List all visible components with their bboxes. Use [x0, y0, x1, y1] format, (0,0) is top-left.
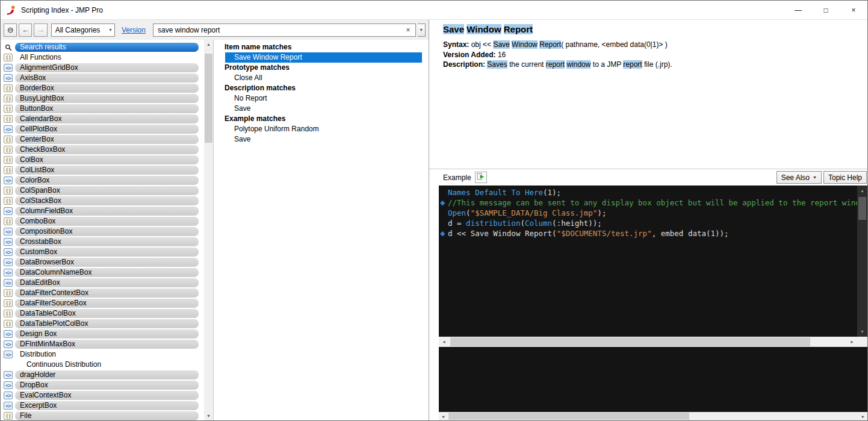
list-item-evalcontextbox[interactable]: <>EvalContextBox — [1, 390, 204, 401]
scroll-down-icon[interactable]: ▼ — [204, 411, 213, 420]
list-item-collistbox[interactable]: ()ColListBox — [1, 165, 204, 175]
list-item-dropbox[interactable]: <>DropBox — [1, 380, 204, 390]
scroll-right-icon[interactable]: ► — [847, 337, 857, 347]
scroll-down-icon[interactable]: ▼ — [857, 326, 867, 337]
list-item-datafiltersourcebox[interactable]: ()DataFilterSourceBox — [1, 298, 204, 308]
code-segment: , embed data(1)); — [652, 228, 729, 239]
tree-item-polytope-uniform-random[interactable]: Polytope Uniform Random — [214, 124, 429, 134]
tree-item-save[interactable]: Save — [214, 134, 429, 145]
search-box[interactable]: save window report × — [153, 23, 416, 37]
list-item-compositionbox[interactable]: <>CompositionBox — [1, 226, 204, 237]
list-item-crosstabbox[interactable]: <>CrosstabBox — [1, 237, 204, 247]
code-line: ◆d << Save Window Report("$DOCUMENTS/tes… — [439, 228, 857, 239]
list-item-design-box[interactable]: <>Design Box — [1, 329, 204, 339]
scroll-up-icon[interactable]: ▲ — [857, 186, 867, 196]
list-item-dataeditbox[interactable]: <>DataEditBox — [1, 278, 204, 288]
chevron-down-icon: ▼ — [419, 28, 423, 32]
list-item-datatableplotcolbox[interactable]: ()DataTablePlotColBox — [1, 319, 204, 329]
scroll-left-icon[interactable]: ◄ — [439, 337, 449, 347]
search-term-highlight: Saves — [487, 60, 507, 69]
scroll-left-icon[interactable]: ◄ — [439, 412, 447, 420]
tree-group-prototype-matches: Prototype matches — [214, 63, 429, 73]
list-item-columnfieldbox[interactable]: <>ColumnFieldBox — [1, 206, 204, 216]
code-horizontal-scrollbar[interactable]: ◄ ► — [439, 337, 857, 347]
code-line: d = distribution(Column(:height)); — [439, 218, 857, 228]
topic-help-button[interactable]: Topic Help — [823, 171, 867, 184]
tree-item-save-window-report[interactable]: Save Window Report — [225, 52, 422, 63]
list-item-colspanbox[interactable]: ()ColSpanBox — [1, 186, 204, 196]
code-margin — [439, 208, 448, 218]
list-item-combobox[interactable]: ()ComboBox — [1, 216, 204, 226]
tree-item-save[interactable]: Save — [214, 104, 429, 114]
display-box-icon: <> — [4, 381, 13, 389]
example-code-editor[interactable]: Names Default To Here(1);◆//This message… — [439, 186, 857, 337]
list-item-custombox[interactable]: <>CustomBox — [1, 247, 204, 257]
list-item-all-functions[interactable]: ()All Functions — [1, 52, 204, 63]
list-item-databrowserbox[interactable]: <>DataBrowserBox — [1, 257, 204, 267]
list-item-centerbox[interactable]: ()CenterBox — [1, 134, 204, 145]
list-item-cellplotbox[interactable]: <>CellPlotBox — [1, 124, 204, 134]
close-button[interactable]: × — [840, 1, 867, 19]
tree-item-close-all[interactable]: Close All — [214, 73, 429, 83]
output-panel[interactable] — [439, 347, 867, 412]
category-dropdown[interactable]: All Categories ▼ — [51, 23, 115, 37]
list-item-datacolumnnamebox[interactable]: <>DataColumnNameBox — [1, 267, 204, 278]
code-vertical-scrollbar[interactable]: ▲ ▼ — [857, 186, 867, 337]
back-button[interactable]: ← — [19, 23, 32, 37]
scroll-up-icon[interactable]: ▲ — [204, 40, 213, 49]
clear-search-icon[interactable]: × — [404, 26, 412, 34]
list-item-colbox[interactable]: ()ColBox — [1, 155, 204, 165]
list-item-dragholder[interactable]: <>dragHolder — [1, 370, 204, 380]
scrollbar-thumb[interactable] — [858, 197, 866, 220]
list-item-excerptbox[interactable]: <>ExcerptBox — [1, 401, 204, 411]
list-item-colorbox[interactable]: <>ColorBox — [1, 175, 204, 186]
category-list-scrollbar[interactable]: ▲ ▼ — [204, 40, 213, 420]
list-item-borderbox[interactable]: ()BorderBox — [1, 83, 204, 93]
list-item-search-results[interactable]: Search results — [1, 42, 204, 52]
list-item-checkboxbox[interactable]: ()CheckBoxBox — [1, 145, 204, 155]
scrollbar-thumb[interactable] — [450, 337, 810, 346]
see-also-button[interactable]: See Also ▼ — [777, 171, 822, 184]
function-icon: () — [4, 310, 13, 317]
display-box-icon: <> — [4, 258, 13, 266]
tree-item-no-report[interactable]: No Report — [214, 93, 429, 104]
scrollbar-corner — [857, 337, 867, 347]
forward-button[interactable]: → — [34, 23, 47, 37]
list-item-colstackbox[interactable]: ()ColStackBox — [1, 196, 204, 206]
line-marker-icon: ◆ — [439, 228, 448, 239]
display-box-icon: <> — [4, 248, 13, 256]
list-item-label: Design Box — [15, 329, 199, 338]
search-results-icon — [4, 43, 13, 51]
code-line: Names Default To Here(1); — [439, 187, 857, 198]
function-icon: () — [4, 197, 13, 205]
scrollbar-thumb[interactable] — [448, 413, 689, 420]
scripting-index-mode-button[interactable]: ⊖ — [4, 23, 17, 37]
list-item-axisbox[interactable]: <>AxisBox — [1, 73, 204, 83]
list-item-continuous-distribution[interactable]: Continuous Distribution — [1, 360, 204, 370]
maximize-button[interactable]: □ — [812, 1, 840, 19]
code-segment: ( — [466, 208, 471, 218]
version-link[interactable]: Version — [122, 26, 146, 34]
titlebar[interactable]: Scripting Index - JMP Pro — □ × — [1, 1, 867, 19]
function-icon: () — [4, 187, 13, 195]
code-segment: Open — [448, 208, 466, 218]
list-item-calendarbox[interactable]: ()CalendarBox — [1, 114, 204, 124]
scrollbar-thumb[interactable] — [205, 54, 212, 143]
list-item-busylightbox[interactable]: ()BusyLightBox — [1, 93, 204, 104]
list-item-dfintminmaxbox[interactable]: <>DFIntMinMaxBox — [1, 339, 204, 349]
list-item-datafiltercontextbox[interactable]: ()DataFilterContextBox — [1, 288, 204, 298]
output-horizontal-scrollbar[interactable]: ◄ ► — [439, 412, 867, 420]
list-item-alignmentgridbox[interactable]: <>AlignmentGridBox — [1, 63, 204, 73]
minimize-button[interactable]: — — [784, 1, 812, 19]
list-item-distribution[interactable]: <>Distribution — [1, 349, 204, 360]
function-icon: () — [4, 156, 13, 164]
list-item-file[interactable]: ()File — [1, 411, 204, 420]
search-input[interactable]: save window report — [158, 26, 405, 34]
list-item-buttonbox[interactable]: ()ButtonBox — [1, 104, 204, 114]
scroll-right-icon[interactable]: ► — [859, 412, 867, 420]
list-item-datatablecolbox[interactable]: ()DataTableColBox — [1, 308, 204, 319]
run-script-button[interactable] — [475, 172, 487, 183]
search-history-dropdown-button[interactable]: ▼ — [418, 23, 426, 37]
text-segment: the current — [507, 60, 546, 69]
search-term-highlight: window — [566, 60, 591, 69]
